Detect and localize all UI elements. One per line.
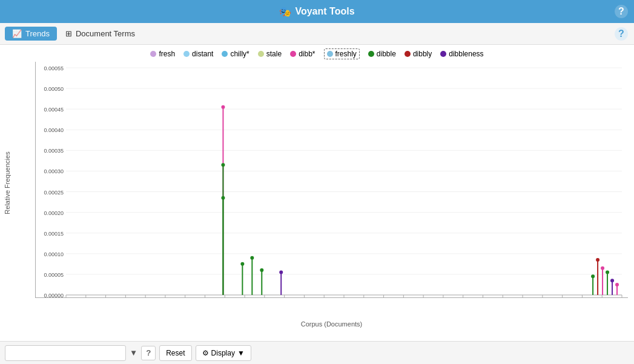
legend-item-dibbleness[interactable]: dibbleness bbox=[440, 50, 483, 58]
legend-label-dibble: dibble bbox=[377, 50, 396, 58]
svg-text:0.00010: 0.00010 bbox=[44, 251, 64, 257]
gear-icon: ⚙ bbox=[202, 349, 209, 357]
legend-label-freshly: freshly bbox=[335, 50, 357, 58]
chart-svg: 0.000000.000050.000100.000150.000200.000… bbox=[35, 62, 628, 298]
header-help-button[interactable]: ? bbox=[615, 5, 628, 18]
svg-point-32 bbox=[240, 262, 244, 266]
display-chevron-icon: ▼ bbox=[237, 349, 245, 357]
svg-text:0.00025: 0.00025 bbox=[44, 190, 64, 196]
y-axis-label: Relative Frequencies bbox=[4, 151, 11, 214]
app-logo: 🎭 bbox=[279, 6, 291, 18]
chart-legend: freshdistantchilly*staledibb*freshlydibb… bbox=[0, 45, 634, 62]
trends-button[interactable]: 📈 Trends bbox=[5, 27, 57, 41]
svg-text:0.00040: 0.00040 bbox=[44, 127, 64, 133]
legend-label-dibbleness: dibbleness bbox=[449, 50, 483, 58]
legend-label-chilly: chilly* bbox=[230, 50, 249, 58]
display-button[interactable]: ⚙ Display ▼ bbox=[196, 345, 251, 361]
x-axis-labels bbox=[35, 301, 628, 319]
svg-text:0.00005: 0.00005 bbox=[44, 272, 64, 278]
svg-point-46 bbox=[591, 274, 595, 278]
app-title: 🎭 Voyant Tools bbox=[279, 6, 354, 18]
svg-text:0.00000: 0.00000 bbox=[44, 293, 64, 298]
legend-dot-freshly bbox=[327, 51, 333, 57]
app-header: 🎭 Voyant Tools ? bbox=[0, 0, 634, 23]
legend-dot-chilly bbox=[222, 51, 228, 57]
svg-text:0.00020: 0.00020 bbox=[44, 210, 64, 216]
svg-point-50 bbox=[615, 283, 619, 286]
legend-label-fresh: fresh bbox=[159, 50, 175, 58]
legend-item-fresh[interactable]: fresh bbox=[150, 50, 175, 58]
svg-text:0.00050: 0.00050 bbox=[44, 86, 64, 92]
svg-text:0.00035: 0.00035 bbox=[44, 148, 64, 154]
svg-point-44 bbox=[606, 271, 609, 274]
legend-item-chilly[interactable]: chilly* bbox=[222, 50, 249, 58]
svg-point-48 bbox=[610, 279, 614, 282]
legend-dot-fresh bbox=[150, 51, 156, 57]
trends-icon: 📈 bbox=[12, 29, 22, 38]
footer-help-button[interactable]: ? bbox=[141, 346, 156, 360]
main-toolbar: 📈 Trends ⊞ Document Terms ? bbox=[0, 23, 634, 45]
legend-dot-distant bbox=[183, 51, 190, 57]
svg-text:0.00045: 0.00045 bbox=[44, 107, 64, 113]
search-input[interactable] bbox=[5, 345, 126, 361]
svg-text:0.00015: 0.00015 bbox=[44, 231, 64, 237]
legend-item-dibb[interactable]: dibb* bbox=[290, 50, 315, 58]
doc-terms-button[interactable]: ⊞ Document Terms bbox=[59, 27, 141, 41]
legend-dot-dibbleness bbox=[440, 51, 446, 57]
chart-area: Relative Frequencies 0.000000.000050.000… bbox=[0, 62, 634, 328]
legend-item-stale[interactable]: stale bbox=[258, 50, 282, 58]
legend-item-dibbly[interactable]: dibbly bbox=[405, 50, 432, 58]
table-icon: ⊞ bbox=[65, 29, 72, 38]
svg-text:0.00055: 0.00055 bbox=[44, 65, 64, 71]
svg-point-42 bbox=[601, 266, 604, 270]
legend-dot-dibb bbox=[290, 51, 296, 57]
reset-button[interactable]: Reset bbox=[159, 345, 191, 361]
svg-point-26 bbox=[221, 105, 225, 109]
legend-item-dibble[interactable]: dibble bbox=[368, 50, 396, 58]
svg-point-36 bbox=[260, 268, 263, 272]
svg-point-28 bbox=[221, 163, 225, 167]
x-axis-title: Corpus (Documents) bbox=[35, 320, 628, 328]
legend-dot-dibble bbox=[368, 51, 374, 57]
legend-label-stale: stale bbox=[266, 50, 282, 58]
legend-item-freshly[interactable]: freshly bbox=[324, 48, 360, 59]
legend-item-distant[interactable]: distant bbox=[183, 50, 213, 58]
legend-label-dibb: dibb* bbox=[299, 50, 315, 58]
svg-point-34 bbox=[250, 256, 254, 260]
legend-dot-stale bbox=[258, 51, 264, 57]
chevron-down-button[interactable]: ▼ bbox=[130, 348, 137, 357]
legend-dot-dibbly bbox=[405, 51, 411, 57]
toolbar-help-button[interactable]: ? bbox=[615, 27, 628, 41]
svg-point-40 bbox=[596, 258, 599, 262]
svg-point-38 bbox=[279, 271, 283, 274]
svg-point-30 bbox=[221, 196, 225, 200]
legend-label-distant: distant bbox=[192, 50, 213, 58]
footer-toolbar: ▼ ? Reset ⚙ Display ▼ bbox=[0, 341, 634, 364]
svg-text:0.00030: 0.00030 bbox=[44, 168, 64, 174]
legend-label-dibbly: dibbly bbox=[413, 50, 432, 58]
